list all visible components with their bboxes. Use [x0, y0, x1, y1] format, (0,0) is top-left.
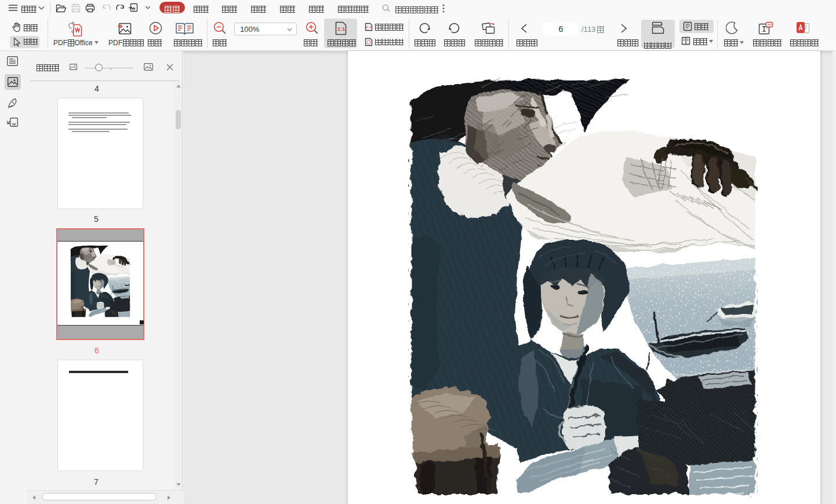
svg-text:1:1: 1:1	[337, 26, 345, 32]
